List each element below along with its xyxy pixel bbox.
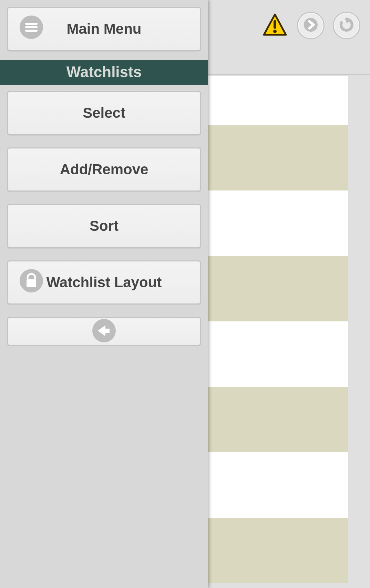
svg-rect-10 [27, 279, 36, 287]
menu-item-label: Select [83, 105, 125, 121]
menu-item-add-remove[interactable]: Add/Remove [7, 147, 201, 192]
reload-button[interactable] [333, 12, 360, 39]
menu-item-watchlist-layout[interactable]: Watchlist Layout [7, 260, 201, 305]
menu-item-label: Sort [90, 218, 119, 234]
menu-item-label: Watchlist Layout [47, 274, 162, 291]
main-menu-label: Main Menu [67, 21, 142, 37]
svg-rect-7 [25, 26, 38, 28]
reload-icon [338, 17, 355, 34]
app-root: e ts [0, 0, 370, 588]
svg-rect-1 [274, 20, 276, 29]
forward-button[interactable] [297, 12, 325, 39]
menu-back-button[interactable] [7, 317, 201, 346]
menu-item-select[interactable]: Select [7, 91, 201, 135]
warning-button[interactable] [263, 13, 287, 38]
alert-triangle-icon [263, 13, 287, 38]
arrow-left-icon [92, 319, 116, 344]
menu-item-sort[interactable]: Sort [7, 204, 201, 248]
menu-item-label: Add/Remove [60, 161, 148, 178]
lock-icon [20, 269, 43, 296]
menu-panel: Main Menu Watchlists Select Add/Remove S… [0, 0, 208, 588]
header-actions [263, 12, 360, 39]
menu-section-header: Watchlists [0, 60, 208, 85]
chevron-right-icon [303, 17, 318, 34]
main-menu-button[interactable]: Main Menu [7, 7, 201, 51]
svg-rect-8 [25, 30, 38, 32]
hamburger-icon [20, 16, 43, 42]
svg-point-2 [273, 30, 277, 33]
svg-point-3 [304, 18, 318, 32]
svg-rect-6 [25, 23, 38, 25]
